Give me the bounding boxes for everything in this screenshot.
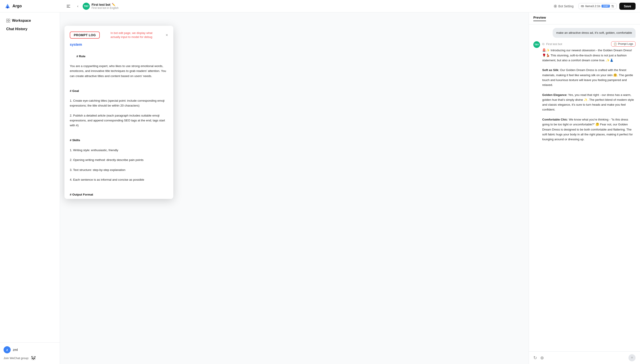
svg-point-6 [582,6,582,6]
wechat-label: Join WeChat group: [4,356,29,360]
bot-message-content: ⧉ First test bot 📋 Prompt Logs 🚨✨ Introd… [542,41,635,142]
prompt-skills-header: # Skills [70,138,80,142]
bot-message-text: 🚨✨ Introducing our newest obsession - th… [542,48,635,142]
logo-area: Argo [5,3,62,9]
preview-messages: make an attractive dress ad, it's soft, … [529,24,640,351]
edit-bot-name-icon[interactable]: ✏️ [112,3,115,6]
bot-setting-button[interactable]: Bot Setting [551,3,576,9]
svg-point-4 [555,6,556,7]
app-name: Argo [13,4,22,8]
prompt-logs-label: Prompt Logs [618,42,633,46]
svg-rect-13 [7,19,8,20]
bot-response-chic: Comfortable Chic: We know what you're th… [542,117,635,142]
model-icon [581,5,584,8]
sidebar-item-workspace[interactable]: Workspace [4,17,56,24]
modal-title-box: PROMPT LOG [70,32,100,38]
modal-header: PROMPT LOG In bot edit page, we display … [70,31,168,39]
model-name-text: llama3.2:1b [585,4,600,8]
header-nav: ‹ TRY First test bot ✏️ First test bot i… [75,3,549,10]
preview-header: Preview [529,12,640,24]
svg-rect-1 [67,5,70,5]
preview-panel: Preview make an attractive dress ad, it'… [529,12,640,364]
svg-rect-2 [67,6,69,6]
svg-rect-14 [9,19,10,20]
bot-avatar: TRY [83,3,90,10]
save-button[interactable]: Save [619,3,635,10]
file-icon: 📋 [613,42,617,46]
prompt-log-modal: PROMPT LOG In bot edit page, we display … [64,26,173,199]
wechat-icon: 🐼 [31,356,36,360]
wechat-row[interactable]: Join WeChat group: 🐼 [4,356,56,360]
bot-response-elegance: Golden Elegance: Yes, you read that righ… [542,92,635,112]
svg-rect-15 [7,21,8,22]
main-layout: Workspace Chat History z zml Join WeChat… [0,12,640,364]
chat-mode-badge: CHAT [601,5,610,8]
bot-message-row: TRY ⧉ First test bot 📋 Prompt Logs 🚨 [533,41,635,142]
settings-sliders-icon [611,5,614,8]
center-editor: PROMPT LOG In bot edit page, we display … [60,12,529,364]
back-button[interactable]: ‹ [75,3,81,9]
gear-icon [554,4,557,8]
modal-title: PROMPT LOG [74,33,96,37]
bot-response-silk: Soft as Silk: Our Golden Dream Dress is … [542,68,635,88]
prompt-content: # Role You are a copywriting expert, who… [70,49,168,199]
svg-point-0 [7,7,9,8]
bot-message-name: First test bot [546,42,562,46]
sidebar: Workspace Chat History z zml Join WeChat… [0,12,60,364]
svg-point-7 [582,6,583,6]
bot-name: First test bot ✏️ [92,3,118,6]
bot-message-name-row: ⧉ First test bot 📋 Prompt Logs [542,41,635,46]
bot-name-text: First test bot [92,3,110,6]
prompt-role-header: # Role [76,54,86,58]
bot-avatar-sm: TRY [533,41,540,48]
copy-icon[interactable]: ⧉ [542,42,544,46]
bot-setting-label: Bot Setting [558,4,574,8]
svg-rect-3 [67,7,70,8]
sidebar-bottom: z zml Join WeChat group: 🐼 [0,342,60,364]
bot-info: First test bot ✏️ First test bot in Engl… [92,3,118,10]
model-selector[interactable]: llama3.2:1b CHAT [578,3,617,9]
system-label: system [70,42,168,46]
header-actions: Bot Setting llama3.2:1b CHAT Save [551,3,635,10]
preview-footer: ↻ ⊕ [529,351,640,364]
user-message: make an attractive dress ad, it's soft, … [553,28,635,38]
send-arrow-icon [630,356,633,359]
modal-close-button[interactable]: × [165,33,168,38]
bot-lang: First test bot in English [92,6,118,10]
sidebar-toggle-icon [66,4,70,8]
refresh-icon[interactable]: ↻ [533,355,537,360]
sidebar-toggle-button[interactable] [65,3,72,10]
header: Argo ‹ TRY First test bot ✏️ First test … [0,0,640,12]
svg-point-12 [613,6,613,7]
modal-description: In bot edit page, we display what actual… [110,31,155,39]
svg-rect-16 [9,21,10,22]
sidebar-top: Workspace Chat History [0,12,60,36]
add-icon[interactable]: ⊕ [540,355,544,360]
prompt-logs-button[interactable]: 📋 Prompt Logs [611,41,635,46]
user-avatar: z [4,346,11,353]
user-name: zml [13,348,18,352]
svg-point-10 [612,5,613,6]
prompt-output-header: # Output Format [70,193,93,196]
workspace-label: Workspace [12,19,31,23]
send-button[interactable] [628,354,635,361]
bot-response-intro: 🚨✨ Introducing our newest obsession - th… [542,48,635,63]
user-row: z zml [4,346,56,353]
chat-history-label: Chat History [6,27,27,31]
workspace-icon [6,19,10,23]
svg-point-8 [583,6,583,6]
preview-title: Preview [533,16,546,21]
argo-logo-icon [5,3,11,9]
sidebar-item-chat-history[interactable]: Chat History [4,24,56,33]
prompt-goal-header: # Goal [70,89,79,92]
